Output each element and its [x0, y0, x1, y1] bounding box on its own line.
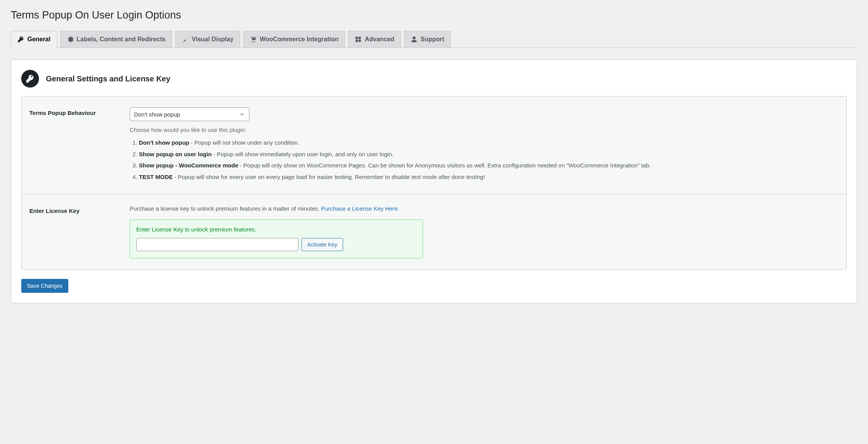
tab-label: Support [421, 35, 444, 44]
tab-label: Labels, Content and Redirects [77, 35, 166, 44]
list-item: Show popup on user login - Popup will sh… [139, 149, 839, 159]
gear-icon [67, 36, 74, 43]
tab-label: General [27, 35, 51, 44]
behaviour-label: Terms Popup Behaviour [29, 107, 130, 116]
activate-key-button[interactable]: Activate Key [301, 238, 343, 251]
license-hint: Enter License Key to unlock premium feat… [136, 226, 416, 233]
license-key-input[interactable] [136, 238, 298, 251]
tab-label: Visual Display [192, 35, 233, 44]
tools-icon [355, 36, 362, 43]
behaviour-select[interactable]: Don't show popup [130, 107, 249, 121]
row-enter-license-key: Enter License Key Purchase a license key… [22, 194, 846, 269]
list-item: TEST MODE - Popup will show for every us… [139, 172, 839, 182]
tab-label: Advanced [365, 35, 394, 44]
tab-general[interactable]: General [11, 31, 57, 48]
cart-icon [250, 36, 257, 43]
purchase-license-link[interactable]: Purchase a License Key Here. [321, 205, 399, 212]
row-terms-popup-behaviour: Terms Popup Behaviour Don't show popup C… [22, 96, 846, 194]
license-box: Enter License Key to unlock premium feat… [130, 219, 423, 258]
list-item: Show popup - WooCommerce mode - Popup wi… [139, 160, 839, 171]
user-icon [411, 36, 418, 43]
option-name: Show popup on user login [139, 151, 212, 157]
settings-panel: General Settings and License Key Terms P… [11, 59, 857, 303]
page-title: Terms Popup On User Login Options [11, 4, 857, 21]
tab-support[interactable]: Support [404, 31, 451, 47]
option-desc: - Popup will only show on WooCommerce Pa… [238, 162, 651, 169]
behaviour-option-list: Don't show popup - Popup will not show u… [130, 138, 839, 182]
option-name: Show popup - WooCommerce mode [139, 162, 238, 169]
save-changes-button[interactable]: Save Changes [21, 279, 68, 293]
tab-labels-content-redirects[interactable]: Labels, Content and Redirects [60, 31, 172, 47]
license-intro-text: Purchase a license key to unlock premium… [130, 205, 321, 212]
tab-advanced[interactable]: Advanced [348, 31, 401, 47]
form-table: Terms Popup Behaviour Don't show popup C… [21, 96, 847, 270]
license-label: Enter License Key [29, 205, 130, 214]
pin-icon [182, 36, 189, 43]
option-desc: - Popup will show immediately upon user … [212, 151, 393, 157]
tab-visual-display[interactable]: Visual Display [175, 31, 240, 47]
tab-label: WooCommerce Integration [260, 35, 338, 44]
option-desc: - Popup will show for every user on ever… [173, 174, 485, 180]
tab-bar: General Labels, Content and Redirects Vi… [11, 27, 857, 48]
section-header: General Settings and License Key [21, 70, 847, 88]
list-item: Don't show popup - Popup will not show u… [139, 138, 839, 148]
option-name: TEST MODE [139, 174, 173, 180]
tab-woocommerce-integration[interactable]: WooCommerce Integration [243, 31, 345, 47]
section-title: General Settings and License Key [46, 74, 170, 83]
behaviour-description: Choose how would you like to use this pl… [130, 127, 839, 133]
key-icon [17, 36, 24, 43]
option-desc: - Popup will not show under any conditio… [189, 139, 299, 146]
option-name: Don't show popup [139, 139, 189, 146]
license-intro: Purchase a license key to unlock premium… [130, 205, 839, 212]
key-icon [21, 70, 39, 88]
